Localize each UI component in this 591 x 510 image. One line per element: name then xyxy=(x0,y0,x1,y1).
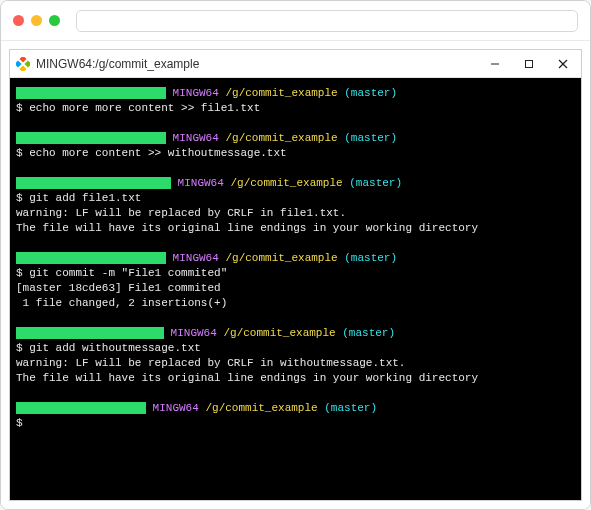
terminal-controls xyxy=(483,54,575,74)
cwd-path: /g/commit_example xyxy=(223,327,335,339)
cwd-path: /g/commit_example xyxy=(205,402,317,414)
cwd-path: /g/commit_example xyxy=(225,87,337,99)
user-host-redacted xyxy=(16,87,166,99)
mingw-label: MINGW64 xyxy=(173,252,219,264)
mingw-label: MINGW64 xyxy=(173,87,219,99)
terminal-body[interactable]: MINGW64 /g/commit_example (master)$ echo… xyxy=(10,78,581,500)
user-host-redacted xyxy=(16,327,164,339)
minimize-button[interactable] xyxy=(483,54,507,74)
mingw-label: MINGW64 xyxy=(153,402,199,414)
svg-rect-1 xyxy=(24,60,30,67)
cwd-path: /g/commit_example xyxy=(225,252,337,264)
terminal-line: 1 file changed, 2 insertions(+) xyxy=(16,296,575,311)
git-branch: (master) xyxy=(342,327,395,339)
mingw-label: MINGW64 xyxy=(173,132,219,144)
terminal-line: $ git add file1.txt xyxy=(16,191,575,206)
cwd-path: /g/commit_example xyxy=(225,132,337,144)
git-branch: (master) xyxy=(344,252,397,264)
browser-toolbar xyxy=(1,1,590,41)
terminal-line: $ git commit -m "File1 commited" xyxy=(16,266,575,281)
mingw-label: MINGW64 xyxy=(171,327,217,339)
user-host-redacted xyxy=(16,252,166,264)
terminal-line: $ echo more content >> withoutmessage.tx… xyxy=(16,146,575,161)
terminal-line: $ xyxy=(16,416,575,431)
terminal-line: The file will have its original line end… xyxy=(16,371,575,386)
user-host-redacted xyxy=(16,132,166,144)
terminal-title: MINGW64:/g/commit_example xyxy=(36,57,477,71)
svg-rect-3 xyxy=(19,65,26,71)
git-branch: (master) xyxy=(344,87,397,99)
minimize-dot[interactable] xyxy=(31,15,42,26)
terminal-window: MINGW64:/g/commit_example MINGW64 /g/com… xyxy=(9,49,582,501)
url-bar[interactable] xyxy=(76,10,578,32)
git-branch: (master) xyxy=(324,402,377,414)
window-controls xyxy=(13,15,60,26)
close-dot[interactable] xyxy=(13,15,24,26)
user-host-redacted xyxy=(16,402,146,414)
terminal-line: $ git add withoutmessage.txt xyxy=(16,341,575,356)
terminal-line: $ echo more more content >> file1.txt xyxy=(16,101,575,116)
close-button[interactable] xyxy=(551,54,575,74)
maximize-button[interactable] xyxy=(517,54,541,74)
svg-rect-2 xyxy=(16,60,22,67)
terminal-line: warning: LF will be replaced by CRLF in … xyxy=(16,206,575,221)
terminal-line: [master 18cde63] File1 commited xyxy=(16,281,575,296)
browser-window: MINGW64:/g/commit_example MINGW64 /g/com… xyxy=(0,0,591,510)
git-branch: (master) xyxy=(349,177,402,189)
svg-rect-5 xyxy=(526,60,533,67)
user-host-redacted xyxy=(16,177,171,189)
maximize-dot[interactable] xyxy=(49,15,60,26)
git-branch: (master) xyxy=(344,132,397,144)
terminal-line: The file will have its original line end… xyxy=(16,221,575,236)
mingw-label: MINGW64 xyxy=(178,177,224,189)
content-area: MINGW64:/g/commit_example MINGW64 /g/com… xyxy=(1,41,590,509)
terminal-line: warning: LF will be replaced by CRLF in … xyxy=(16,356,575,371)
svg-rect-0 xyxy=(19,57,26,63)
git-bash-icon xyxy=(16,57,30,71)
terminal-titlebar: MINGW64:/g/commit_example xyxy=(10,50,581,78)
cwd-path: /g/commit_example xyxy=(230,177,342,189)
